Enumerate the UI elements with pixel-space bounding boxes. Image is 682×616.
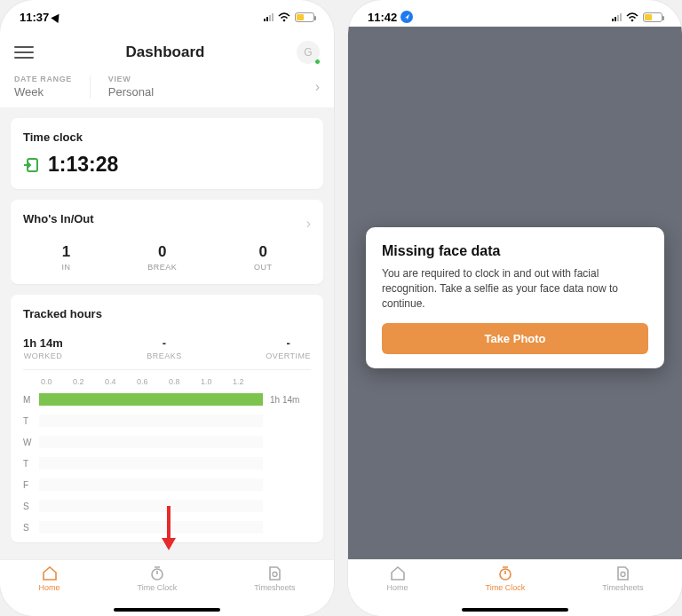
stat-overtime: - OVERTIME xyxy=(266,336,311,360)
app-header: Dashboard G xyxy=(0,30,334,71)
presence-dot-icon xyxy=(314,59,321,65)
dashboard-body: Time clock 1:13:28 Who's In/Out › 1 IN xyxy=(0,107,334,574)
filter-value-view: Personal xyxy=(108,85,154,99)
divider xyxy=(90,75,91,99)
chart-row: T xyxy=(23,413,311,429)
status-time: 11:42 xyxy=(368,11,397,24)
location-icon xyxy=(400,11,413,23)
document-icon xyxy=(266,565,282,581)
modal-title: Missing face data xyxy=(382,243,648,259)
avatar-initial: G xyxy=(304,46,312,59)
dashboard-screen: 11:37 Dashboard G DATE RANGE Week xyxy=(0,0,334,616)
filter-label-view: VIEW xyxy=(108,75,154,83)
modal-body: You are required to clock in and out wit… xyxy=(382,266,648,311)
svg-point-9 xyxy=(631,19,634,21)
card-title: Who's In/Out xyxy=(23,212,94,225)
location-icon xyxy=(52,11,63,22)
tab-timesheets[interactable]: Timesheets xyxy=(602,565,643,592)
stopwatch-icon xyxy=(149,565,165,581)
whos-in-out-card[interactable]: Who's In/Out › 1 IN 0 BREAK 0 OUT xyxy=(11,200,323,284)
stat-in: 1 IN xyxy=(61,243,70,272)
camera-backdrop: Missing face data You are required to cl… xyxy=(348,27,682,559)
status-bar: 11:37 xyxy=(0,4,334,30)
time-clock-card[interactable]: Time clock 1:13:28 xyxy=(11,118,323,189)
chart-row: F xyxy=(23,477,311,493)
chevron-right-icon: › xyxy=(315,79,320,95)
stat-worked: 1h 14m WORKED xyxy=(23,336,63,360)
home-indicator[interactable] xyxy=(114,608,220,612)
filter-value-daterange: Week xyxy=(14,85,72,99)
wifi-icon xyxy=(626,12,638,22)
cell-signal-icon xyxy=(612,12,622,21)
tab-time-clock[interactable]: Time Clock xyxy=(486,565,526,592)
clock-value: 1:13:28 xyxy=(48,153,118,177)
svg-point-13 xyxy=(621,573,625,577)
chart-row: W xyxy=(23,434,311,450)
avatar[interactable]: G xyxy=(297,41,320,64)
chart-row: M1h 14m xyxy=(23,391,311,407)
card-title: Tracked hours xyxy=(23,307,311,320)
battery-icon xyxy=(295,12,314,22)
home-icon xyxy=(42,565,58,581)
chart-row: S xyxy=(23,519,311,535)
take-photo-button[interactable]: Take Photo xyxy=(382,323,648,354)
tab-home[interactable]: Home xyxy=(387,565,408,592)
chart-axis: 0.00.20.40.60.81.01.2 xyxy=(23,370,311,388)
face-data-screen: 11:42 Missing face data You are required… xyxy=(348,0,682,616)
home-indicator[interactable] xyxy=(462,608,568,612)
tab-time-clock[interactable]: Time Clock xyxy=(138,565,178,592)
tracked-hours-card: Tracked hours 1h 14m WORKED - BREAKS - O… xyxy=(11,295,323,542)
tab-home[interactable]: Home xyxy=(39,565,60,592)
cell-signal-icon xyxy=(264,12,274,21)
stopwatch-icon xyxy=(497,565,513,581)
menu-icon[interactable] xyxy=(14,46,34,59)
document-icon xyxy=(615,565,630,581)
battery-icon xyxy=(643,12,662,22)
card-title: Time clock xyxy=(23,130,311,144)
home-icon xyxy=(390,565,406,581)
chevron-right-icon: › xyxy=(306,216,311,232)
missing-face-data-modal: Missing face data You are required to cl… xyxy=(366,227,664,368)
status-time: 11:37 xyxy=(20,11,49,24)
svg-point-7 xyxy=(273,573,277,577)
svg-point-0 xyxy=(283,19,286,21)
tab-timesheets[interactable]: Timesheets xyxy=(254,565,295,592)
filter-label-daterange: DATE RANGE xyxy=(14,75,72,83)
chart-row: S xyxy=(23,498,311,514)
wifi-icon xyxy=(278,12,290,22)
page-title: Dashboard xyxy=(126,43,205,61)
stat-out: 0 OUT xyxy=(254,243,273,272)
tracked-hours-chart: M1h 14mTWTFSS xyxy=(23,388,311,535)
stat-break: 0 BREAK xyxy=(147,243,177,272)
stat-breaks: - BREAKS xyxy=(147,336,182,360)
filter-row[interactable]: DATE RANGE Week VIEW Personal › xyxy=(0,71,334,107)
chart-row: T xyxy=(23,455,311,471)
clock-in-icon xyxy=(23,157,39,173)
